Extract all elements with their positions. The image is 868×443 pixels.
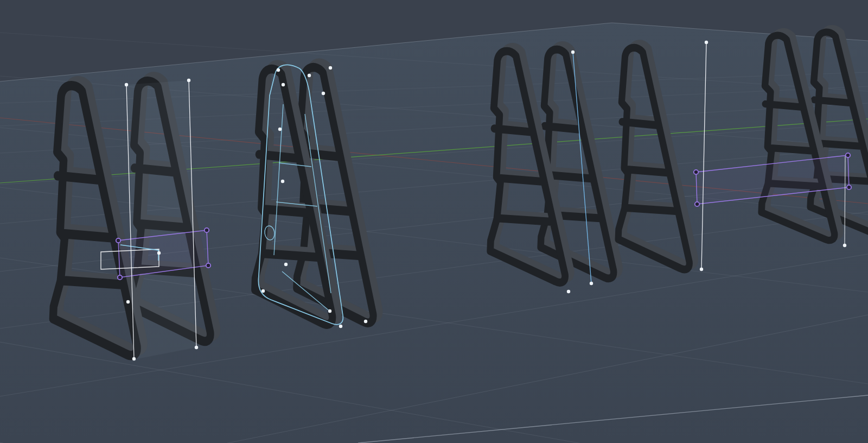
vertex-handle[interactable]: [843, 244, 846, 247]
vertex-handle[interactable]: [339, 325, 342, 328]
vertex-handle[interactable]: [590, 282, 593, 285]
scene-canvas[interactable]: [0, 0, 868, 443]
corner-handle-purple[interactable]: [205, 228, 209, 232]
vertex-handle[interactable]: [571, 50, 575, 54]
corner-handle-purple[interactable]: [847, 185, 851, 189]
corner-handle-purple[interactable]: [116, 238, 120, 243]
vertex-handle[interactable]: [328, 309, 331, 313]
vertex-handle[interactable]: [195, 346, 198, 349]
vertex-handle[interactable]: [282, 83, 285, 86]
vertex-handle[interactable]: [132, 357, 136, 360]
vertex-handle[interactable]: [364, 320, 367, 323]
vertex-handle[interactable]: [261, 289, 265, 293]
vertex-handle[interactable]: [700, 268, 703, 271]
vertex-handle[interactable]: [277, 68, 280, 72]
vertex-handle[interactable]: [126, 300, 130, 303]
vertex-handle[interactable]: [278, 128, 282, 131]
vertex-handle[interactable]: [329, 66, 332, 69]
viewport-3d[interactable]: [0, 0, 868, 443]
ghost-planes: [126, 80, 196, 359]
corner-handle-purple[interactable]: [206, 263, 210, 268]
vertex-handle[interactable]: [281, 180, 284, 183]
ghost-plane: [126, 80, 196, 359]
vertex-handle[interactable]: [125, 83, 128, 86]
corner-handle-purple[interactable]: [118, 275, 122, 280]
vertex-handle[interactable]: [157, 251, 161, 255]
vertex-handle[interactable]: [567, 290, 570, 293]
vertex-handle[interactable]: [308, 74, 311, 77]
vertex-handle[interactable]: [705, 41, 708, 44]
vertex-handle[interactable]: [322, 92, 325, 95]
corner-handle-purple[interactable]: [694, 170, 698, 174]
vertex-handle[interactable]: [187, 79, 190, 82]
corner-handle-purple[interactable]: [846, 153, 850, 157]
vertex-handle[interactable]: [284, 263, 288, 266]
corner-handle-purple[interactable]: [695, 202, 699, 206]
